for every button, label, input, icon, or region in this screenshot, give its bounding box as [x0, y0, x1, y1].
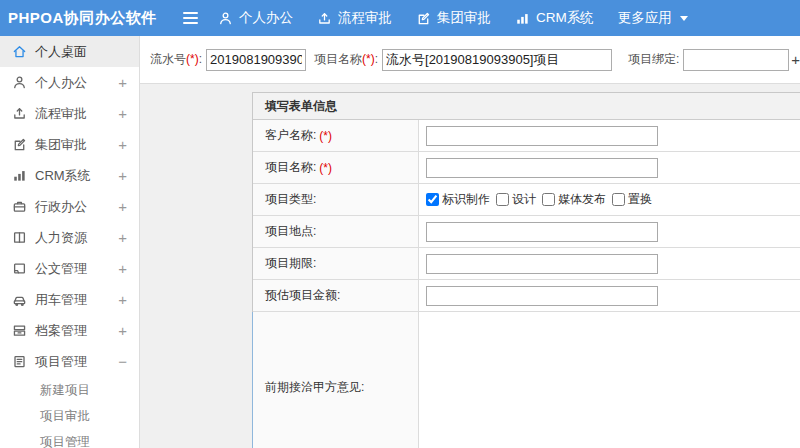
checkbox-option[interactable]: 设计: [496, 191, 536, 208]
sidebar-subitem-project-approval[interactable]: 项目审批: [0, 403, 139, 429]
form-row-project-type: 项目类型: 标识制作 设计 媒体发布 置换: [253, 184, 800, 216]
sidebar-item-label: 流程审批: [35, 105, 87, 123]
nav-label: CRM系统: [536, 9, 594, 27]
sidebar-item-vehicle-management[interactable]: 用车管理 +: [0, 284, 139, 315]
field-label: 项目期限:: [253, 248, 419, 279]
serial-input[interactable]: [206, 49, 306, 71]
toolbar-strip: 流水号(*): 项目名称(*): 项目绑定: +: [140, 36, 800, 84]
expand-icon[interactable]: +: [118, 129, 127, 160]
sidebar-item-group-approval[interactable]: 集团审批 +: [0, 129, 139, 160]
required-marker: (*): [319, 129, 332, 143]
project-name-input[interactable]: [382, 49, 612, 71]
sidebar-item-label: 个人桌面: [35, 43, 87, 61]
upload-icon: [12, 106, 27, 121]
caret-down-icon: [680, 16, 688, 21]
sidebar-item-admin-office[interactable]: 行政办公 +: [0, 191, 139, 222]
checkbox-option[interactable]: 标识制作: [426, 191, 490, 208]
checkbox-replacement[interactable]: [612, 193, 625, 206]
sidebar-item-label: 个人办公: [35, 74, 87, 92]
expand-icon[interactable]: +: [118, 284, 127, 315]
required-marker: (*): [362, 52, 375, 66]
expand-icon[interactable]: +: [118, 222, 127, 253]
form-row-project-duration: 项目期限:: [253, 248, 800, 280]
archive-icon: [12, 323, 27, 338]
nav-label: 集团审批: [437, 9, 491, 27]
field-cell: 标识制作 设计 媒体发布 置换: [419, 184, 800, 215]
chart-icon: [515, 11, 530, 26]
serial-label: 流水号(*):: [150, 51, 202, 68]
customer-name-input[interactable]: [426, 126, 658, 146]
expand-icon[interactable]: +: [118, 160, 127, 191]
field-label: 预估项目金额:: [253, 280, 419, 311]
project-name-label: 项目名称(*):: [314, 51, 378, 68]
nav-personal-office[interactable]: 个人办公: [218, 9, 293, 27]
required-marker: (*): [319, 161, 332, 175]
form-panel-title: 填写表单信息: [253, 93, 800, 120]
field-cell: [419, 280, 800, 311]
sidebar-item-label: 档案管理: [35, 322, 87, 340]
form-row-customer-name: 客户名称:(*): [253, 120, 800, 152]
sidebar-item-human-resources[interactable]: 人力资源 +: [0, 222, 139, 253]
expand-icon[interactable]: +: [118, 98, 127, 129]
project-bind-label: 项目绑定:: [628, 51, 679, 68]
nav-label: 流程审批: [338, 9, 392, 27]
field-cell: [419, 152, 800, 183]
add-bind-icon[interactable]: +: [791, 51, 800, 68]
project-duration-input[interactable]: [426, 254, 658, 274]
sidebar-item-archive-management[interactable]: 档案管理 +: [0, 315, 139, 346]
form-row-project-location: 项目地点:: [253, 216, 800, 248]
expand-icon[interactable]: +: [118, 253, 127, 284]
sidebar-item-label: 项目管理: [35, 353, 87, 371]
expand-icon[interactable]: +: [118, 315, 127, 346]
sidebar-subitem-project-management[interactable]: 项目管理: [0, 429, 139, 448]
checkbox-option[interactable]: 置换: [612, 191, 652, 208]
nav-workflow-approval[interactable]: 流程审批: [317, 9, 392, 27]
sidebar-item-personal-desktop[interactable]: 个人桌面: [0, 36, 139, 67]
sidebar-item-label: 用车管理: [35, 291, 87, 309]
sidebar-item-label: CRM系统: [35, 167, 91, 185]
nav-label: 更多应用: [618, 9, 672, 27]
nav-crm-system[interactable]: CRM系统: [515, 9, 594, 27]
project-name-form-input[interactable]: [426, 158, 658, 178]
form-row-preliminary-opinion: 前期接洽甲方意见:: [253, 312, 800, 448]
book-icon: [12, 230, 27, 245]
estimated-amount-input[interactable]: [426, 286, 658, 306]
field-cell: [419, 248, 800, 279]
required-marker: (*): [186, 52, 199, 66]
top-nav: 个人办公 流程审批 集团审批 CRM系统 更多应用: [218, 0, 688, 36]
collapse-icon[interactable]: −: [118, 346, 127, 377]
upload-icon: [317, 11, 332, 26]
briefcase-icon: [12, 199, 27, 214]
chart-icon: [12, 168, 27, 183]
form-row-project-name: 项目名称:(*): [253, 152, 800, 184]
edit-icon: [12, 137, 27, 152]
sidebar-item-label: 人力资源: [35, 229, 87, 247]
checkbox-media-release[interactable]: [542, 193, 555, 206]
nav-more-apps[interactable]: 更多应用: [618, 9, 688, 27]
sidebar-item-crm-system[interactable]: CRM系统 +: [0, 160, 139, 191]
nav-group-approval[interactable]: 集团审批: [416, 9, 491, 27]
preliminary-opinion-textarea[interactable]: [419, 312, 800, 448]
sidebar-item-project-management[interactable]: 项目管理 −: [0, 346, 139, 377]
checkbox-option[interactable]: 媒体发布: [542, 191, 606, 208]
project-location-input[interactable]: [426, 222, 658, 242]
sidebar-subitem-new-project[interactable]: 新建项目: [0, 377, 139, 403]
expand-icon[interactable]: +: [118, 67, 127, 98]
sidebar-item-label: 集团审批: [35, 136, 87, 154]
checkbox-design[interactable]: [496, 193, 509, 206]
sidebar: 个人桌面 个人办公 + 流程审批 + 集团审批 + CRM系统 + 行政办公 +: [0, 36, 140, 448]
top-bar: PHPOA协同办公软件 个人办公 流程审批 集团审批 CRM系统 更多应用: [0, 0, 800, 36]
sidebar-item-workflow-approval[interactable]: 流程审批 +: [0, 98, 139, 129]
field-label: 项目类型:: [253, 184, 419, 215]
sidebar-item-document-management[interactable]: 公文管理 +: [0, 253, 139, 284]
home-icon: [12, 44, 27, 59]
user-icon: [12, 75, 27, 90]
sidebar-item-personal-office[interactable]: 个人办公 +: [0, 67, 139, 98]
project-bind-input[interactable]: [683, 49, 789, 71]
checkbox-sign-making[interactable]: [426, 193, 439, 206]
document-icon: [12, 261, 27, 276]
main-content: 流水号(*): 项目名称(*): 项目绑定: + 填写表单信息 客户名称:(*)…: [140, 36, 800, 448]
menu-toggle-icon[interactable]: [183, 0, 205, 36]
expand-icon[interactable]: +: [118, 191, 127, 222]
edit-icon: [416, 11, 431, 26]
